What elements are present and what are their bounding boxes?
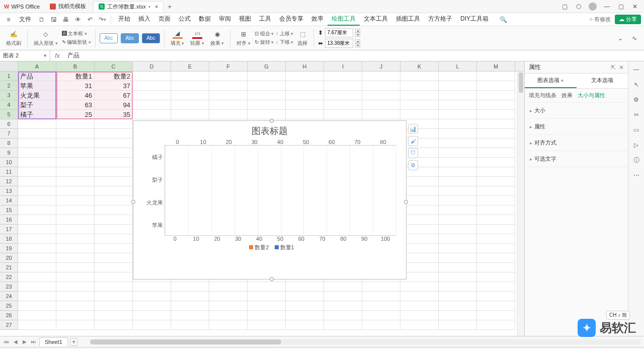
close-tab-icon[interactable]: ×: [155, 4, 158, 10]
cell-L11[interactable]: [439, 167, 477, 177]
cell-L8[interactable]: [439, 138, 477, 148]
row-header-23[interactable]: 23: [0, 282, 18, 292]
cell-M20[interactable]: [477, 253, 515, 263]
cell-H1[interactable]: [286, 72, 324, 81]
cell-I26[interactable]: [324, 311, 362, 320]
cell-B21[interactable]: [56, 263, 95, 272]
cell-B25[interactable]: [56, 301, 95, 311]
menu-公式[interactable]: 公式: [175, 13, 195, 26]
cell-B13[interactable]: [56, 186, 95, 196]
cell-I2[interactable]: [324, 81, 362, 91]
height-input[interactable]: ⬌ ▴▾: [318, 39, 360, 48]
cell-B9[interactable]: [56, 148, 95, 158]
cell-I4[interactable]: [324, 100, 362, 110]
col-header-H[interactable]: H: [286, 61, 324, 71]
cell-K26[interactable]: [400, 311, 439, 320]
cell-H26[interactable]: [286, 311, 324, 320]
horizontal-scrollbar[interactable]: [90, 339, 641, 344]
cell-A20[interactable]: [18, 253, 56, 263]
cell-L14[interactable]: [439, 196, 477, 205]
edit-shape-button[interactable]: ✎ 编辑形状: [62, 39, 91, 46]
select-all-corner[interactable]: [0, 61, 18, 71]
row-header-25[interactable]: 25: [0, 301, 18, 311]
cell-B12[interactable]: [56, 177, 95, 186]
cell-A21[interactable]: [18, 263, 56, 272]
cell-H27[interactable]: [286, 320, 324, 330]
cell-J3[interactable]: [362, 91, 400, 100]
minimize-button[interactable]: —: [601, 2, 613, 12]
close-window-button[interactable]: ✕: [629, 2, 641, 12]
menu-DIY工具箱[interactable]: DIY工具箱: [456, 13, 493, 26]
cell-M5[interactable]: [477, 110, 515, 119]
cell-C14[interactable]: [95, 196, 133, 205]
cell-M7[interactable]: [477, 129, 515, 138]
cell-I3[interactable]: [324, 91, 362, 100]
cell-E25[interactable]: [171, 301, 209, 311]
menu-页面[interactable]: 页面: [154, 13, 175, 26]
cell-K25[interactable]: [400, 301, 439, 311]
cell-C8[interactable]: [95, 138, 133, 148]
menu-视图[interactable]: 视图: [235, 13, 255, 26]
cell-C6[interactable]: [95, 119, 133, 129]
cell-B14[interactable]: [56, 196, 95, 205]
cell-F27[interactable]: [209, 320, 248, 330]
strip-play-icon[interactable]: ▷: [631, 140, 641, 150]
share-button[interactable]: ☁ 分享: [615, 15, 641, 24]
cell-H2[interactable]: [286, 81, 324, 91]
window-restore-icon[interactable]: ▢: [558, 2, 571, 12]
align-button[interactable]: ⊞对齐: [234, 30, 253, 47]
cell-A8[interactable]: [18, 138, 56, 148]
file-menu[interactable]: 文件: [15, 14, 35, 25]
cell-C9[interactable]: [95, 148, 133, 158]
cell-C12[interactable]: [95, 177, 133, 186]
cell-E23[interactable]: [171, 282, 209, 292]
tab-chart-options[interactable]: 图表选项: [525, 74, 577, 88]
col-header-M[interactable]: M: [477, 61, 515, 71]
cell-M8[interactable]: [477, 138, 515, 148]
col-header-C[interactable]: C: [95, 61, 133, 71]
cell-D4[interactable]: [133, 100, 171, 110]
cell-B20[interactable]: [56, 253, 95, 263]
cell-G26[interactable]: [248, 311, 286, 320]
cell-A9[interactable]: [18, 148, 56, 158]
cell-J5[interactable]: [362, 110, 400, 119]
strip-info-icon[interactable]: ⓘ: [631, 155, 641, 165]
strip-cut-icon[interactable]: ✂: [631, 110, 641, 120]
cell-C7[interactable]: [95, 129, 133, 138]
cell-K2[interactable]: [400, 81, 439, 91]
row-header-3[interactable]: 3: [0, 91, 18, 100]
row-header-26[interactable]: 26: [0, 311, 18, 320]
col-header-J[interactable]: J: [362, 61, 400, 71]
cell-M6[interactable]: [477, 119, 515, 129]
cell-G24[interactable]: [248, 292, 286, 301]
cell-A13[interactable]: [18, 186, 56, 196]
chart-elements-button[interactable]: 📊: [408, 124, 418, 134]
menu-效率[interactable]: 效率: [307, 13, 328, 26]
cell-A18[interactable]: [18, 234, 56, 244]
cell-I5[interactable]: [324, 110, 362, 119]
cell-C20[interactable]: [95, 253, 133, 263]
cell-I25[interactable]: [324, 301, 362, 311]
col-header-F[interactable]: F: [209, 61, 248, 71]
cell-M1[interactable]: [477, 72, 515, 81]
cell-C3[interactable]: 67: [95, 91, 133, 100]
col-header-A[interactable]: A: [18, 61, 56, 71]
spin-up-icon[interactable]: ▴: [355, 39, 360, 43]
close-panel-icon[interactable]: ✕: [619, 64, 624, 71]
section-size[interactable]: 大小: [525, 103, 628, 119]
cell-K24[interactable]: [400, 292, 439, 301]
ribbon-help-icon[interactable]: ∿: [629, 33, 640, 44]
cell-M27[interactable]: [477, 320, 515, 330]
row-header-4[interactable]: 4: [0, 100, 18, 110]
col-header-D[interactable]: D: [133, 61, 171, 71]
cell-L1[interactable]: [439, 72, 477, 81]
row-header-15[interactable]: 15: [0, 205, 18, 215]
sheet-nav-next[interactable]: ▶: [21, 339, 28, 344]
fx-button[interactable]: fx: [50, 52, 64, 59]
menu-方方格子[interactable]: 方方格子: [424, 13, 456, 26]
cell-E5[interactable]: [171, 110, 209, 119]
cell-B1[interactable]: 数量1: [56, 72, 95, 81]
cell-M2[interactable]: [477, 81, 515, 91]
cell-L12[interactable]: [439, 177, 477, 186]
cell-L18[interactable]: [439, 234, 477, 244]
